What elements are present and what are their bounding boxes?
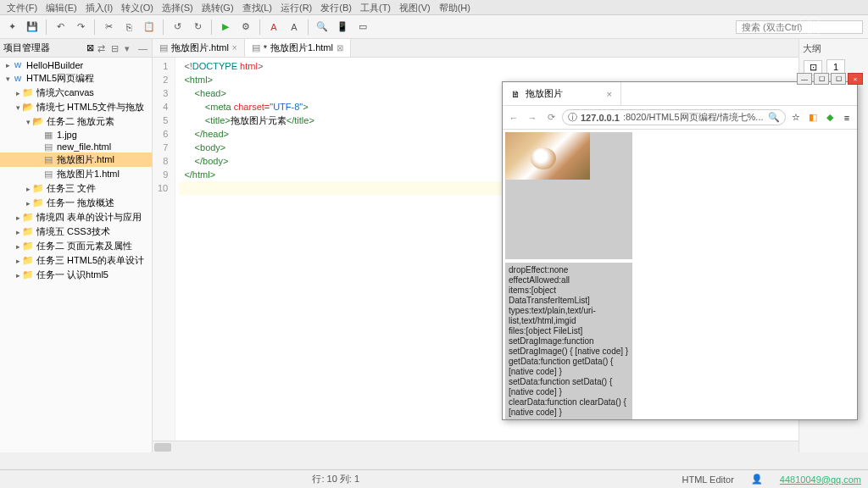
- address-bar: ← → ⟳ ⓘ 127.0.0.1:8020/HTML5网页编程/情境七%...…: [503, 106, 857, 130]
- tree-item[interactable]: ▾WHTML5网页编程: [0, 71, 152, 86]
- menu-tools[interactable]: 工具(T): [357, 2, 394, 13]
- min-icon[interactable]: —: [138, 43, 148, 53]
- zoom-icon[interactable]: 🔍: [315, 20, 329, 34]
- drop-zone[interactable]: [505, 132, 632, 259]
- tree-item[interactable]: ▸📁任务一 认识html5: [0, 268, 152, 282]
- menu-select[interactable]: 选择(S): [159, 2, 197, 13]
- back-icon[interactable]: ←: [506, 113, 521, 123]
- editor-tabs[interactable]: ▤拖放图片.html× ▤*拖放图片1.html⊠: [153, 39, 798, 58]
- back-icon[interactable]: ↶: [53, 20, 67, 34]
- font-a-icon[interactable]: A: [267, 20, 281, 34]
- tree-item[interactable]: ▸WHelloHBuilder: [0, 59, 152, 71]
- menu-icon[interactable]: ≡: [840, 111, 854, 125]
- cat-image[interactable]: [505, 132, 590, 180]
- redo-icon[interactable]: ↻: [191, 20, 204, 34]
- menu-view[interactable]: 视图(V): [396, 2, 434, 13]
- link-icon[interactable]: ⇄: [97, 43, 108, 53]
- cursor-pos: 行: 10 列: 1: [7, 473, 665, 485]
- collapse-icon[interactable]: ⊟: [111, 43, 121, 53]
- undo-icon[interactable]: ↺: [170, 20, 184, 34]
- menu-file[interactable]: 文件(F): [3, 2, 41, 13]
- editor-mode: HTML Editor: [682, 474, 733, 485]
- close-panel-icon[interactable]: ⊠: [86, 42, 94, 53]
- tab-drag[interactable]: ▤拖放图片.html×: [153, 39, 245, 57]
- url-input[interactable]: ⓘ 127.0.0.1:8020/HTML5网页编程/情境七%... 🔍: [562, 109, 786, 125]
- ext2-icon[interactable]: ◆: [823, 111, 837, 125]
- tree-item[interactable]: ▸📁任务二 页面元素及属性: [0, 239, 152, 253]
- tree-item-selected[interactable]: ▤拖放图片.html: [0, 152, 152, 167]
- window-controls-small[interactable]: — ☐ ☐ ×: [797, 73, 863, 85]
- file-tree[interactable]: ▸WHelloHBuilder ▾WHTML5网页编程 ▸📁情境六canvas …: [0, 58, 152, 452]
- user-icon: 👤: [751, 474, 763, 485]
- copy-icon[interactable]: ⎘: [122, 20, 136, 34]
- info-icon: ⓘ: [568, 111, 577, 124]
- horizontal-scrollbar[interactable]: [153, 441, 798, 452]
- paste-icon[interactable]: 📋: [142, 20, 156, 34]
- browser-window[interactable]: 🗎 拖放图片 × ← → ⟳ ⓘ 127.0.0.1:8020/HTML5网页编…: [502, 81, 858, 420]
- tab-drag1[interactable]: ▤*拖放图片1.html⊠: [245, 39, 351, 57]
- toolbar: ✦ 💾 ↶ ↷ ✂ ⎘ 📋 ↺ ↻ ▶ ⚙ A A 🔍 📱 ▭: [0, 15, 868, 39]
- line-gutter: 12345678910: [153, 58, 175, 441]
- run-icon[interactable]: ▶: [219, 20, 232, 34]
- menu-find[interactable]: 查找(L): [239, 2, 275, 13]
- menu-run[interactable]: 运行(R): [277, 2, 315, 13]
- browser-tab[interactable]: 🗎 拖放图片 ×: [503, 82, 621, 105]
- config-icon[interactable]: ⚙: [239, 20, 253, 34]
- tree-item[interactable]: ▸📁任务三 文件: [0, 181, 152, 196]
- close-tab-icon[interactable]: ×: [607, 89, 612, 99]
- tree-item[interactable]: ▸📁情境四 表单的设计与应用: [0, 210, 152, 225]
- menu-bar[interactable]: 文件(F) 编辑(E) 插入(I) 转义(O) 选择(S) 跳转(G) 查找(L…: [0, 0, 868, 15]
- tree-item[interactable]: ▦1.jpg: [0, 129, 152, 141]
- user-email[interactable]: 44810049@qq.com: [780, 474, 861, 485]
- search-icon[interactable]: 🔍: [768, 112, 780, 123]
- close-icon[interactable]: ⊠: [337, 43, 343, 53]
- browser-viewport: dropEffect:none effectAllowed:all items:…: [503, 130, 857, 419]
- forward-icon[interactable]: →: [525, 113, 540, 123]
- layout-icon[interactable]: ▭: [356, 20, 370, 34]
- menu-trans[interactable]: 转义(O): [118, 2, 157, 13]
- tree-item[interactable]: ▸📁情境六canvas: [0, 86, 152, 100]
- page-icon: 🗎: [511, 89, 520, 99]
- panel-title: 项目管理器: [3, 42, 83, 54]
- menu-insert[interactable]: 插入(I): [82, 2, 116, 13]
- menu-goto[interactable]: 跳转(G): [198, 2, 237, 13]
- tree-item[interactable]: ▸📁任务三 HTML5的表单设计: [0, 253, 152, 268]
- save-icon[interactable]: 💾: [25, 20, 39, 34]
- close-icon[interactable]: ×: [232, 43, 237, 53]
- tree-item[interactable]: ▾📂任务二 拖放元素: [0, 114, 152, 129]
- menu-icon[interactable]: ▾: [125, 43, 135, 53]
- watermark: 学堂在线: [800, 17, 861, 36]
- device-icon[interactable]: 📱: [336, 20, 349, 34]
- outline-label: 大纲: [803, 42, 865, 55]
- tree-item[interactable]: ▤拖放图片1.html: [0, 167, 152, 181]
- output-text: dropEffect:none effectAllowed:all items:…: [505, 263, 632, 419]
- project-explorer: 项目管理器 ⊠ ⇄ ⊟ ▾ — ▸WHelloHBuilder ▾WHTML5网…: [0, 39, 153, 452]
- star-icon[interactable]: ☆: [789, 111, 803, 125]
- reload-icon[interactable]: ⟳: [543, 112, 559, 123]
- new-icon[interactable]: ✦: [5, 20, 19, 34]
- menu-help[interactable]: 帮助(H): [436, 2, 474, 13]
- max-icon[interactable]: ☐: [814, 73, 829, 85]
- menu-edit[interactable]: 编辑(E): [42, 2, 81, 13]
- menu-publish[interactable]: 发行(B): [317, 2, 355, 13]
- font-a2-icon[interactable]: A: [287, 20, 301, 34]
- status-bar: 行: 10 列: 1 HTML Editor 👤 44810049@qq.com: [0, 469, 868, 488]
- close-icon[interactable]: ×: [848, 73, 863, 85]
- tree-item[interactable]: ▸📁情境五 CSS3技术: [0, 225, 152, 239]
- max2-icon[interactable]: ☐: [831, 73, 846, 85]
- tree-item[interactable]: ▸📁任务一 拖放概述: [0, 196, 152, 210]
- cut-icon[interactable]: ✂: [102, 20, 115, 34]
- fwd-icon[interactable]: ↷: [74, 20, 87, 34]
- min-icon[interactable]: —: [797, 73, 812, 85]
- tree-item[interactable]: ▾📂情境七 HTML5文件与拖放: [0, 100, 152, 114]
- ext1-icon[interactable]: ◧: [806, 111, 820, 125]
- tree-item[interactable]: ▤new_file.html: [0, 141, 152, 152]
